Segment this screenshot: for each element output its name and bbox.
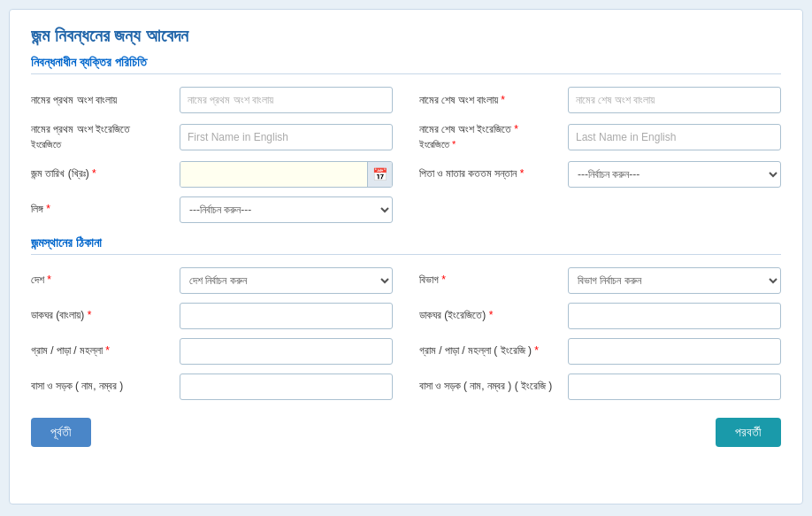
village-english-label: গ্রাম / পাড়া / মহল্লা ( ইংরেজি ) * <box>419 343 561 358</box>
post-english-label: ডাকঘর (ইংরেজিতে) * <box>419 308 561 323</box>
last-name-bangla-input[interactable] <box>568 87 781 113</box>
last-name-english-group: নামের শেষ অংশ ইংরেজিতে * ইংরেজিতে * <box>419 122 781 152</box>
child-order-group: পিতা ও মাতার কততম সন্তান * ---নির্বাচন ক… <box>419 161 781 188</box>
gender-group: লিঙ্গ * ---নির্বাচন করুন--- <box>31 196 393 223</box>
dob-group: জন্ম তারিখ (খ্রিঃ) * 📅 <box>31 161 393 188</box>
section1-title: নিবন্ধনাধীন ব্যক্তির পরিচিতি <box>31 55 781 74</box>
village-bangla-label: গ্রাম / পাড়া / মহল্লা * <box>31 343 172 358</box>
country-division-row: দেশ * দেশ নির্বাচন করুন বিভাগ * বিভাগ নি… <box>31 267 781 294</box>
first-name-bangla-input[interactable] <box>180 87 393 113</box>
dob-date-wrapper: 📅 <box>180 161 393 188</box>
gender-label: লিঙ্গ * <box>31 202 172 217</box>
road-english-label: বাসা ও সড়ক ( নাম, নম্বর ) ( ইংরেজি ) <box>419 379 561 394</box>
next-button[interactable]: পরবর্তী <box>716 418 781 447</box>
village-bangla-input[interactable] <box>180 338 393 365</box>
post-english-group: ডাকঘর (ইংরেজিতে) * <box>419 303 781 329</box>
first-name-bangla-label: নামের প্রথম অংশ বাংলায় <box>31 93 172 108</box>
child-order-label: পিতা ও মাতার কততম সন্তান * <box>419 166 561 181</box>
first-name-english-input[interactable] <box>180 124 393 150</box>
first-name-bangla-group: নামের প্রথম অংশ বাংলায় <box>31 87 393 113</box>
button-row: পূর্বতী পরবর্তী <box>31 418 781 447</box>
calendar-icon[interactable]: 📅 <box>367 162 392 187</box>
road-english-group: বাসা ও সড়ক ( নাম, নম্বর ) ( ইংরেজি ) <box>419 374 781 400</box>
village-english-group: গ্রাম / পাড়া / মহল্লা ( ইংরেজি ) * <box>419 338 781 365</box>
last-name-bangla-label: নামের শেষ অংশ বাংলায় * <box>419 93 561 108</box>
road-bangla-input[interactable] <box>180 374 393 400</box>
road-bangla-group: বাসা ও সড়ক ( নাম, নম্বর ) <box>31 374 393 400</box>
post-bangla-input[interactable] <box>180 303 393 329</box>
post-row: ডাকঘর (বাংলায়) * ডাকঘর (ইংরেজিতে) * <box>31 303 781 329</box>
village-english-input[interactable] <box>568 338 781 365</box>
post-bangla-group: ডাকঘর (বাংলায়) * <box>31 303 393 329</box>
division-select[interactable]: বিভাগ নির্বাচন করুন <box>568 267 781 294</box>
division-label: বিভাগ * <box>419 273 561 288</box>
post-english-input[interactable] <box>568 303 781 329</box>
road-row: বাসা ও সড়ক ( নাম, নম্বর ) বাসা ও সড়ক (… <box>31 374 781 400</box>
country-group: দেশ * দেশ নির্বাচন করুন <box>31 267 393 294</box>
division-group: বিভাগ * বিভাগ নির্বাচন করুন <box>419 267 781 294</box>
first-name-english-label: নামের প্রথম অংশ ইংরেজিতে ইংরেজিতে <box>31 122 172 152</box>
post-bangla-label: ডাকঘর (বাংলায়) * <box>31 308 172 323</box>
last-name-english-input[interactable] <box>568 124 781 150</box>
gender-row: লিঙ্গ * ---নির্বাচন করুন--- <box>31 196 781 223</box>
name-english-row: নামের প্রথম অংশ ইংরেজিতে ইংরেজিতে নামের … <box>31 122 781 152</box>
section2-title: জন্মস্থানের ঠিকানা <box>31 235 781 255</box>
child-order-select[interactable]: ---নির্বাচন করুন--- <box>568 161 781 188</box>
main-container: জন্ম নিবন্ধনের জন্য আবেদন নিবন্ধনাধীন ব্… <box>9 9 803 504</box>
page-title: জন্ম নিবন্ধনের জন্য আবেদন <box>31 26 781 46</box>
last-name-english-label: নামের শেষ অংশ ইংরেজিতে * ইংরেজিতে * <box>419 122 561 152</box>
country-select[interactable]: দেশ নির্বাচন করুন <box>180 267 393 294</box>
gender-select[interactable]: ---নির্বাচন করুন--- <box>180 196 393 223</box>
road-bangla-label: বাসা ও সড়ক ( নাম, নম্বর ) <box>31 379 172 394</box>
dob-childorder-row: জন্ম তারিখ (খ্রিঃ) * 📅 পিতা ও মাতার কততম… <box>31 161 781 188</box>
name-bangla-row: নামের প্রথম অংশ বাংলায় নামের শেষ অংশ বা… <box>31 87 781 113</box>
road-english-input[interactable] <box>568 374 781 400</box>
dob-label: জন্ম তারিখ (খ্রিঃ) * <box>31 166 172 181</box>
village-bangla-group: গ্রাম / পাড়া / মহল্লা * <box>31 338 393 365</box>
last-name-bangla-group: নামের শেষ অংশ বাংলায় * <box>419 87 781 113</box>
village-row: গ্রাম / পাড়া / মহল্লা * গ্রাম / পাড়া /… <box>31 338 781 365</box>
dob-input[interactable] <box>180 162 367 187</box>
prev-button[interactable]: পূর্বতী <box>31 418 91 447</box>
country-label: দেশ * <box>31 273 172 288</box>
first-name-english-group: নামের প্রথম অংশ ইংরেজিতে ইংরেজিতে <box>31 122 393 152</box>
